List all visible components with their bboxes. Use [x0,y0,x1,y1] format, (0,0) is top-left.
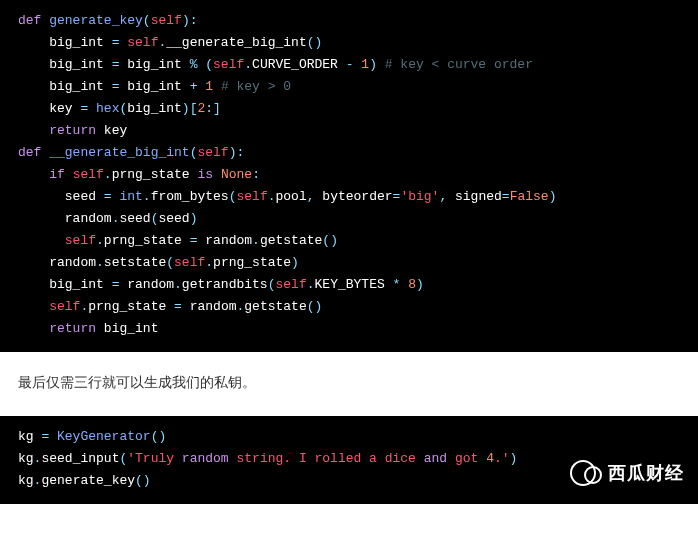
code-token-fn: generate_key [49,13,143,28]
code-token-plain: big_int [127,79,189,94]
code-token-prop: getrandbits [182,277,268,292]
code-line: if self.prng_state is None: [18,164,698,186]
code-token-prop: prng_state [112,167,190,182]
code-token-fn: hex [96,101,119,116]
code-line: random.setstate(self.prng_state) [18,252,698,274]
code-token-op: ) [510,451,518,466]
code-token-fn: __generate_big_int [49,145,189,160]
code-token-self: self [276,277,307,292]
code-token-op: :] [205,101,221,116]
code-token-op: , [439,189,455,204]
code-token-cmt: # key > 0 [221,79,291,94]
code-token-op: () [322,233,338,248]
code-token-op: % ( [190,57,213,72]
code-token-num: 1 [205,79,213,94]
code-token-prop: pool [276,189,307,204]
code-token-op: = [174,299,190,314]
code-block-1: def generate_key(self): big_int = self._… [0,0,698,352]
code-token-self: self [197,145,228,160]
code-token-op: = [80,101,96,116]
code-token-plain: big_int [18,79,112,94]
code-token-plain [18,233,65,248]
code-token-plain: kg [18,451,34,466]
code-token-op: . [174,277,182,292]
code-token-op: . [143,189,151,204]
code-line: return key [18,120,698,142]
code-token-prop: getstate [260,233,322,248]
code-token-op: . [104,167,112,182]
code-token-self: self [213,57,244,72]
code-token-bool: None [221,167,252,182]
code-token-prop: prng_state [213,255,291,270]
code-line: kg = KeyGenerator() [18,426,698,448]
code-token-op: : [252,167,260,182]
code-token-kw: def [18,13,49,28]
code-token-bool: False [510,189,549,204]
code-token-op: - [338,57,361,72]
code-token-op: + [190,79,206,94]
code-token-op: = [112,35,128,50]
code-token-plain [18,321,49,336]
code-token-kw: if [49,167,72,182]
code-token-prop: __generate_big_int [166,35,306,50]
code-token-prop: prng_state [88,299,166,314]
code-token-prop: from_bytes [151,189,229,204]
code-token-op: ) [190,211,198,226]
code-token-plain: random [127,277,174,292]
article-paragraph: 最后仅需三行就可以生成我们的私钥。 [0,352,698,416]
code-token-op: . [96,233,104,248]
code-token-plain: big_int [127,101,182,116]
code-token-self: self [73,167,104,182]
code-line: random.seed(seed) [18,208,698,230]
code-token-op: = [190,233,206,248]
code-token-op: () [307,35,323,50]
code-token-plain: seed [158,211,189,226]
code-token-plain [18,299,49,314]
code-token-plain: big_int [18,57,112,72]
code-token-prop: setstate [104,255,166,270]
code-token-plain: kg [18,429,41,444]
code-token-plain: random [18,255,96,270]
code-token-op: () [307,299,323,314]
code-token-op: ): [229,145,245,160]
code-token-prop: seed_input [41,451,119,466]
code-token-plain [385,277,393,292]
code-token-op: . [307,277,315,292]
code-token-prop: getstate [244,299,306,314]
code-token-op: * [393,277,409,292]
code-token-plain: big_int [96,321,158,336]
code-token-prop: prng_state [104,233,182,248]
code-token-plain: big_int [18,35,112,50]
code-token-self: self [127,35,158,50]
code-token-plain: signed [455,189,502,204]
code-token-op: . [252,233,260,248]
code-line: big_int = self.__generate_big_int() [18,32,698,54]
code-token-num: 8 [408,277,416,292]
code-token-kw: return [49,123,96,138]
code-line: big_int = big_int % (self.CURVE_ORDER - … [18,54,698,76]
code-token-op: () [135,473,151,488]
code-token-plain: random [205,233,252,248]
code-token-op: , [307,189,323,204]
code-token-self: self [151,13,182,28]
code-token-op: . [244,57,252,72]
code-token-kw: and [424,451,447,466]
code-token-op: ( [143,13,151,28]
code-token-op: )[ [182,101,198,116]
code-token-plain: big_int [18,277,112,292]
code-token-fn: int [119,189,142,204]
code-token-op: = [104,189,120,204]
code-token-op: ) [291,255,299,270]
code-token-plain [182,233,190,248]
code-token-plain: random [190,299,237,314]
code-line: seed = int.from_bytes(self.pool, byteord… [18,186,698,208]
code-token-str: .' [494,451,510,466]
code-token-op: ): [182,13,198,28]
code-line: self.prng_state = random.getstate() [18,296,698,318]
code-line: def generate_key(self): [18,10,698,32]
code-token-op: = [41,429,57,444]
code-token-cmt: # key < curve order [385,57,533,72]
code-line: return big_int [18,318,698,340]
code-token-plain [18,167,49,182]
code-token-plain: seed [18,189,104,204]
